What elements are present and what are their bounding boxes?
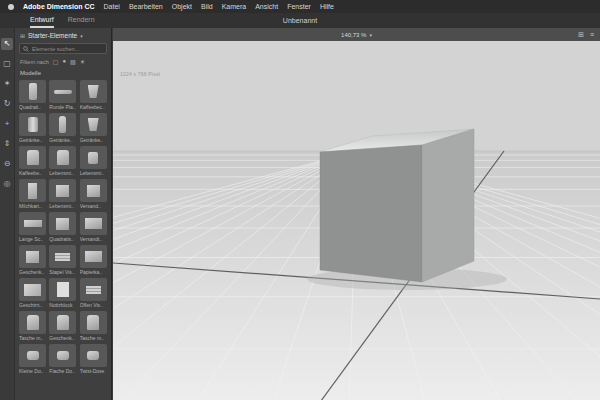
filter-images-icon[interactable]: ▨ (70, 58, 76, 65)
menu-ansicht[interactable]: Ansicht (255, 3, 278, 10)
asset-grid: Quadrati..Runde Pla..Kaffeebec..Getränke… (15, 77, 111, 377)
asset-label: Geschenk.. (49, 335, 76, 341)
asset-item[interactable]: Twist-Dose (80, 344, 107, 374)
asset-item[interactable]: Quadratis.. (49, 212, 76, 242)
select-tool[interactable]: ↖ (1, 38, 13, 50)
asset-thumbnail (80, 245, 107, 268)
menu-hilfe[interactable]: Hilfe (320, 3, 334, 10)
pan-camera-tool[interactable]: + (1, 118, 13, 130)
menu-adobe-dimension-cc[interactable]: Adobe Dimension CC (23, 3, 95, 10)
asset-item[interactable]: Getränke.. (19, 113, 46, 143)
menu-datei[interactable]: Datei (104, 3, 120, 10)
asset-thumbnail (19, 245, 46, 268)
flat-icon (54, 90, 72, 94)
carton-icon (28, 183, 37, 199)
asset-label: Geschirrt.. (19, 302, 46, 308)
asset-thumbnail (19, 146, 46, 169)
zoom-level: 140,73 % (341, 32, 366, 38)
asset-item[interactable]: Stapel Vis.. (49, 245, 76, 275)
app-window: Adobe Dimension CCDateiBearbeitenObjektB… (0, 0, 600, 400)
asset-label: Getränke.. (80, 137, 107, 143)
menu-kamera[interactable]: Kamera (222, 3, 247, 10)
assets-library-icon: ⊞ (20, 32, 25, 39)
asset-label: Tasche m.. (19, 335, 46, 341)
filter-row: Filtern nach ▢●▨☀ (15, 56, 111, 67)
asset-item[interactable]: Runde Pla.. (49, 80, 76, 110)
asset-item[interactable]: Notizblock (49, 278, 76, 308)
orbit-camera-tool[interactable]: ↻ (1, 98, 13, 110)
asset-item[interactable]: Kaffeebe.. (19, 146, 46, 176)
canvas-size-label: 1024 x 768 Pixel (120, 71, 160, 77)
asset-thumbnail (80, 278, 107, 301)
asset-item[interactable]: Lebensmi.. (49, 179, 76, 209)
filter-lights-icon[interactable]: ☀ (80, 58, 85, 65)
menu-bearbeiten[interactable]: Bearbeiten (129, 3, 163, 10)
asset-label: Quadratis.. (49, 236, 76, 242)
asset-item[interactable]: Geschirrt.. (19, 278, 46, 308)
asset-thumbnail (49, 245, 76, 268)
asset-label: Stapel Vis.. (49, 269, 76, 275)
asset-label: Milchkart.. (19, 203, 46, 209)
cube-object[interactable] (320, 129, 474, 282)
menu-bild[interactable]: Bild (201, 3, 213, 10)
asset-thumbnail (49, 212, 76, 235)
asset-label: Kleine Do.. (19, 368, 46, 374)
assets-panel: ⊞ Starter-Elemente ▾ Elemente suchen... … (14, 28, 112, 400)
tabbar: EntwurfRendern Unbenannt (0, 13, 600, 28)
asset-item[interactable]: Milchkart.. (19, 179, 46, 209)
section-title-models: Modelle (15, 67, 111, 77)
jar-icon (88, 152, 98, 164)
assets-panel-header[interactable]: ⊞ Starter-Elemente ▾ (15, 28, 111, 41)
asset-label: Geschenk.. (19, 269, 46, 275)
menu-fenster[interactable]: Fenster (287, 3, 311, 10)
zoom-tool[interactable]: ◎ (1, 178, 13, 190)
asset-item[interactable]: Papierka.. (80, 245, 107, 275)
asset-item[interactable]: Versand.. (80, 179, 107, 209)
asset-item[interactable]: Geschenk.. (19, 245, 46, 275)
asset-item[interactable]: Lebensmi.. (49, 146, 76, 176)
asset-thumbnail (19, 212, 46, 235)
box-icon (56, 185, 69, 197)
asset-item[interactable]: Geschenk.. (49, 311, 76, 341)
asset-item[interactable]: Quadrati.. (19, 80, 46, 110)
zoom-control[interactable]: 140,73 % ▾ (341, 28, 372, 41)
magic-wand-tool[interactable]: ✶ (1, 78, 13, 90)
asset-item[interactable]: Versandt.. (80, 212, 107, 242)
menu-objekt[interactable]: Objekt (172, 3, 192, 10)
asset-item[interactable]: Getränke.. (80, 113, 107, 143)
chevron-down-icon: ▾ (80, 33, 83, 39)
bag-icon (27, 150, 39, 165)
asset-item[interactable]: Kleine Do.. (19, 344, 46, 374)
asset-item[interactable]: Lebensmi.. (80, 146, 107, 176)
tab-rendern[interactable]: Rendern (68, 13, 95, 28)
asset-thumbnail (19, 80, 46, 103)
search-input[interactable]: Elemente suchen... (19, 43, 107, 54)
asset-item[interactable]: Tasche m.. (80, 311, 107, 341)
filter-models-icon[interactable]: ▢ (53, 58, 59, 65)
filter-materials-icon[interactable]: ● (62, 58, 66, 65)
asset-label: Tasche m.. (80, 335, 107, 341)
bag-icon (27, 315, 39, 330)
dolly-camera-tool[interactable]: ⇕ (1, 138, 13, 150)
viewport[interactable]: 1024 x 768 Pixel (113, 41, 600, 400)
menu-items: Adobe Dimension CCDateiBearbeitenObjektB… (23, 3, 334, 10)
tab-entwurf[interactable]: Entwurf (30, 13, 54, 28)
grid-view-icon[interactable]: ⊞ (578, 31, 584, 39)
asset-item[interactable]: Offen Vis.. (80, 278, 107, 308)
asset-label: Flache Do.. (49, 368, 76, 374)
asset-item[interactable]: Kaffeebec.. (80, 80, 107, 110)
assets-panel-title: Starter-Elemente (28, 32, 77, 39)
marquee-select-tool[interactable]: ▢ (1, 58, 13, 70)
asset-item[interactable]: Tasche m.. (19, 311, 46, 341)
asset-item[interactable]: Flache Do.. (49, 344, 76, 374)
asset-thumbnail (19, 278, 46, 301)
asset-item[interactable]: Getränke.. (49, 113, 76, 143)
search-icon (23, 46, 29, 52)
apple-menu-icon[interactable] (8, 4, 14, 10)
view-settings-icon[interactable]: ≡ (590, 31, 594, 38)
3d-scene[interactable] (113, 41, 600, 400)
asset-item[interactable]: Lange Sc.. (19, 212, 46, 242)
asset-label: Notizblock (49, 302, 76, 308)
horizon-tool[interactable]: ⊖ (1, 158, 13, 170)
tool-rail: ↖▢✶↻+⇕⊖◎ (0, 28, 14, 400)
